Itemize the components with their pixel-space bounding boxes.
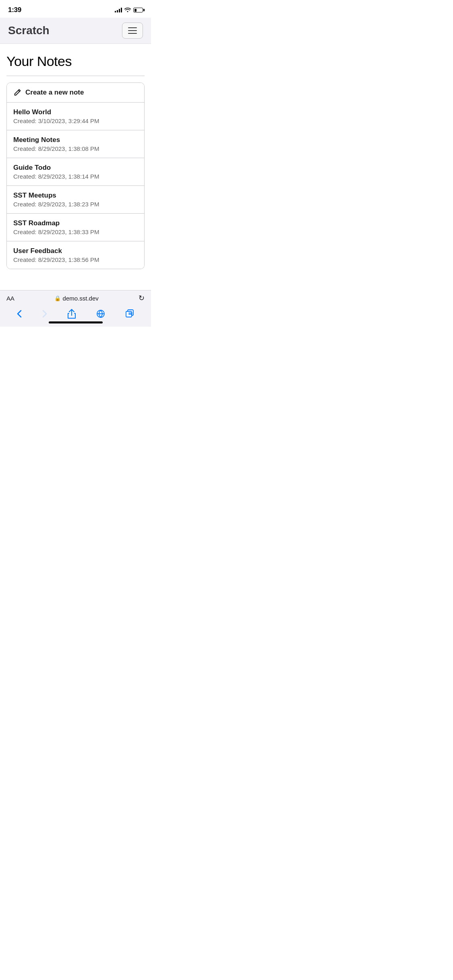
- wifi-icon: [124, 7, 131, 13]
- note-title: User Feedback: [13, 247, 138, 255]
- note-item[interactable]: Hello WorldCreated: 3/10/2023, 3:29:44 P…: [7, 103, 144, 130]
- url-bar: AA 🔒 demo.sst.dev ↻: [0, 290, 151, 306]
- home-indicator: [49, 321, 103, 323]
- nav-title: Scratch: [8, 24, 50, 37]
- page-heading: Your Notes: [6, 54, 145, 69]
- status-icons: [115, 7, 143, 13]
- note-item[interactable]: SST MeetupsCreated: 8/29/2023, 1:38:23 P…: [7, 186, 144, 214]
- note-title: Hello World: [13, 108, 138, 116]
- edit-icon: [13, 89, 21, 97]
- notes-container: Hello WorldCreated: 3/10/2023, 3:29:44 P…: [7, 103, 144, 269]
- note-date: Created: 8/29/2023, 1:38:33 PM: [13, 229, 138, 235]
- reload-button[interactable]: ↻: [139, 294, 145, 303]
- note-date: Created: 8/29/2023, 1:38:08 PM: [13, 145, 138, 152]
- page-content: Your Notes Create a new note Hello World…: [0, 44, 151, 269]
- tabs-button[interactable]: [126, 309, 134, 318]
- note-date: Created: 8/29/2023, 1:38:14 PM: [13, 173, 138, 180]
- note-item[interactable]: Guide TodoCreated: 8/29/2023, 1:38:14 PM: [7, 158, 144, 186]
- menu-line-3: [128, 33, 137, 34]
- note-date: Created: 8/29/2023, 1:38:56 PM: [13, 256, 138, 263]
- menu-line-2: [128, 30, 137, 31]
- note-item[interactable]: User FeedbackCreated: 8/29/2023, 1:38:56…: [7, 241, 144, 269]
- forward-button[interactable]: [42, 310, 47, 318]
- create-note-label: Create a new note: [25, 89, 84, 97]
- lock-icon: 🔒: [54, 295, 61, 301]
- create-note-item[interactable]: Create a new note: [7, 83, 144, 103]
- status-bar: 1:39: [0, 0, 151, 18]
- browser-actions: [0, 306, 151, 327]
- font-size-button[interactable]: AA: [6, 295, 14, 302]
- signal-icon: [115, 8, 122, 12]
- note-title: Meeting Notes: [13, 136, 138, 144]
- nav-header: Scratch: [0, 18, 151, 44]
- battery-icon: [133, 8, 143, 12]
- notes-list: Create a new note Hello WorldCreated: 3/…: [6, 82, 145, 269]
- note-item[interactable]: SST RoadmapCreated: 8/29/2023, 1:38:33 P…: [7, 214, 144, 241]
- menu-button[interactable]: [122, 23, 143, 39]
- browser-bar: AA 🔒 demo.sst.dev ↻: [0, 290, 151, 327]
- url-text: demo.sst.dev: [63, 295, 99, 302]
- url-center[interactable]: 🔒 demo.sst.dev: [14, 295, 139, 302]
- note-title: SST Roadmap: [13, 219, 138, 227]
- divider: [6, 76, 145, 76]
- back-button[interactable]: [17, 310, 22, 318]
- note-item[interactable]: Meeting NotesCreated: 8/29/2023, 1:38:08…: [7, 130, 144, 158]
- note-date: Created: 3/10/2023, 3:29:44 PM: [13, 117, 138, 124]
- share-button[interactable]: [68, 309, 76, 319]
- menu-line-1: [128, 27, 137, 28]
- note-title: Guide Todo: [13, 164, 138, 172]
- note-date: Created: 8/29/2023, 1:38:23 PM: [13, 201, 138, 208]
- status-time: 1:39: [8, 6, 21, 14]
- note-title: SST Meetups: [13, 191, 138, 200]
- bookmarks-button[interactable]: [96, 309, 105, 318]
